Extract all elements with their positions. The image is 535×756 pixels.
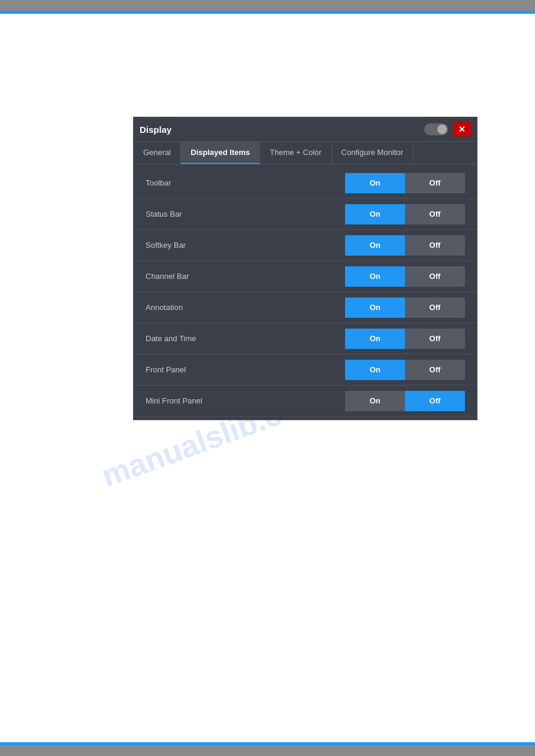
label-front-panel: Front Panel	[146, 365, 345, 374]
channel-bar-on-button[interactable]: On	[345, 266, 405, 287]
row-channel-bar: Channel Bar On Off	[134, 261, 477, 292]
label-date-time: Date and Time	[146, 334, 345, 343]
annotation-off-button[interactable]: Off	[405, 297, 465, 318]
label-mini-front-panel: Mini Front Panel	[146, 396, 345, 405]
annotation-on-button[interactable]: On	[345, 297, 405, 318]
tab-displayed-items[interactable]: Displayed Items	[181, 142, 260, 164]
toggle-mini-front-panel: On Off	[345, 391, 465, 411]
row-softkey-bar: Softkey Bar On Off	[134, 230, 477, 261]
dialog-title: Display	[140, 125, 171, 135]
row-date-time: Date and Time On Off	[134, 323, 477, 354]
display-dialog: Display ✕ General Displayed Items Theme …	[133, 117, 477, 420]
label-annotation: Annotation	[146, 303, 345, 312]
toolbar-on-button[interactable]: On	[345, 173, 405, 193]
title-bar-controls: ✕	[424, 122, 471, 136]
mini-front-panel-off-button[interactable]: Off	[405, 391, 465, 411]
title-toggle-switch[interactable]	[424, 123, 448, 135]
top-bar	[0, 0, 535, 11]
toolbar-off-button[interactable]: Off	[405, 173, 465, 193]
toggle-switch-knob	[437, 125, 447, 134]
toggle-toolbar: On Off	[345, 173, 465, 193]
top-bar-line	[0, 11, 535, 14]
front-panel-off-button[interactable]: Off	[405, 360, 465, 380]
row-status-bar: Status Bar On Off	[134, 199, 477, 230]
tab-general[interactable]: General	[134, 142, 181, 164]
bottom-bar	[0, 745, 535, 756]
toggle-front-panel: On Off	[345, 360, 465, 380]
row-toolbar: Toolbar On Off	[134, 168, 477, 199]
row-annotation: Annotation On Off	[134, 292, 477, 323]
content-area: Toolbar On Off Status Bar On Off Softkey…	[134, 165, 477, 420]
toggle-status-bar: On Off	[345, 204, 465, 224]
mini-front-panel-on-button[interactable]: On	[345, 391, 405, 411]
date-time-on-button[interactable]: On	[345, 329, 405, 349]
label-status-bar: Status Bar	[146, 210, 345, 218]
tab-configure-monitor[interactable]: Configure Monitor	[332, 142, 413, 164]
row-front-panel: Front Panel On Off	[134, 354, 477, 385]
toggle-date-time: On Off	[345, 329, 465, 349]
channel-bar-off-button[interactable]: Off	[405, 266, 465, 287]
tab-bar: General Displayed Items Theme + Color Co…	[134, 142, 477, 165]
front-panel-on-button[interactable]: On	[345, 360, 405, 380]
softkey-bar-on-button[interactable]: On	[345, 235, 405, 256]
toggle-channel-bar: On Off	[345, 266, 465, 287]
label-toolbar: Toolbar	[146, 178, 345, 187]
toggle-softkey-bar: On Off	[345, 235, 465, 256]
tab-theme-color[interactable]: Theme + Color	[260, 142, 331, 164]
label-softkey-bar: Softkey Bar	[146, 241, 345, 250]
title-bar: Display ✕	[134, 117, 477, 142]
status-bar-off-button[interactable]: Off	[405, 204, 465, 224]
date-time-off-button[interactable]: Off	[405, 329, 465, 349]
label-channel-bar: Channel Bar	[146, 272, 345, 281]
toggle-annotation: On Off	[345, 297, 465, 318]
status-bar-on-button[interactable]: On	[345, 204, 405, 224]
softkey-bar-off-button[interactable]: Off	[405, 235, 465, 256]
row-mini-front-panel: Mini Front Panel On Off	[134, 385, 477, 417]
close-button[interactable]: ✕	[453, 122, 471, 136]
bottom-bar-line	[0, 742, 535, 745]
